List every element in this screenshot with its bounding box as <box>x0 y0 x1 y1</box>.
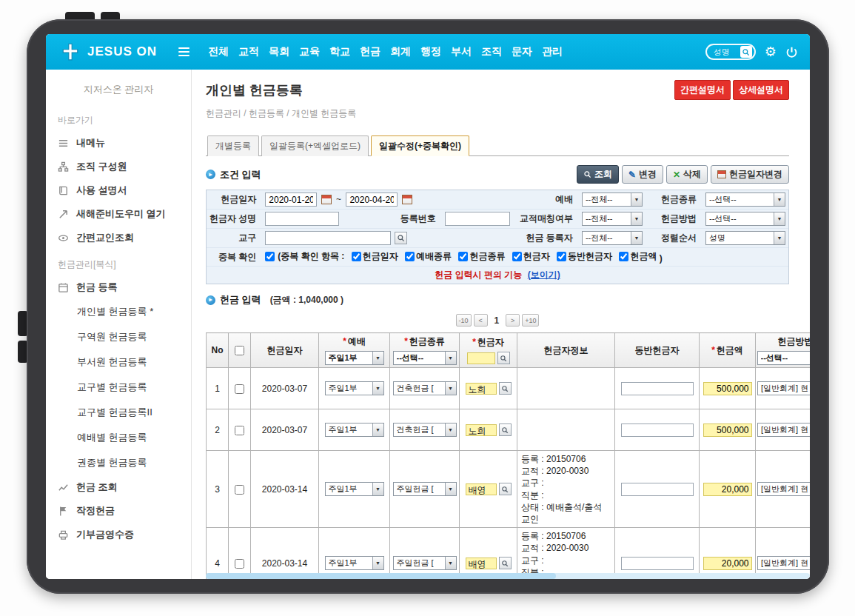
parish-search-icon[interactable] <box>395 232 407 244</box>
row-checkbox[interactable] <box>235 426 244 435</box>
page-last-button[interactable]: +10 <box>522 314 539 327</box>
sidebar-item-user-manual[interactable]: 사용 설명서 <box>46 178 191 202</box>
nav-item[interactable]: 목회 <box>269 45 289 58</box>
tab-individual-register[interactable]: 개별등록 <box>207 135 259 156</box>
worship-select[interactable]: --전체-- ▼ <box>582 192 643 207</box>
row-companion-input[interactable] <box>621 557 694 570</box>
giver-name-input[interactable] <box>265 212 339 226</box>
select-all-checkbox[interactable] <box>235 346 244 355</box>
sidebar-subitem-individual-donation[interactable]: 개인별 헌금등록 * <box>46 299 191 324</box>
row-kind-select[interactable]: 주일헌금 [▼ <box>393 556 457 570</box>
breadcrumb[interactable]: 헌금관리 / 헌금등록 / 개인별 헌금등록 <box>206 107 810 120</box>
scrollbar-thumb[interactable] <box>206 573 556 579</box>
sidebar-item-donation-receipt[interactable]: 기부금영수증 <box>46 523 191 546</box>
quick-manual-button[interactable]: 간편설명서 <box>674 80 731 100</box>
nav-item[interactable]: 교육 <box>299 45 320 58</box>
dup-item-checkbox[interactable] <box>352 252 361 261</box>
nav-item[interactable]: 학교 <box>329 45 350 58</box>
row-checkbox[interactable] <box>235 485 244 495</box>
dup-item-worship-kind[interactable]: 예배종류 <box>405 250 452 263</box>
row-amount-input[interactable] <box>703 424 752 437</box>
giver-search-icon[interactable] <box>499 424 512 436</box>
sidebar-subitem-type-donation[interactable]: 권종별 헌금등록 <box>46 450 191 475</box>
row-kind-select[interactable]: 건축헌금 [▼ <box>393 381 457 395</box>
sort-order-select[interactable]: 성명 ▼ <box>705 231 785 245</box>
giver-search-icon[interactable] <box>499 557 512 569</box>
sidebar-subitem-district-member-donation[interactable]: 구역원 헌금등록 <box>46 324 191 349</box>
sidebar-item-pledge-donation[interactable]: 작정헌금 <box>46 499 191 523</box>
giver-search-icon[interactable] <box>499 382 512 395</box>
dup-item-checkbox[interactable] <box>512 252 522 261</box>
delete-button[interactable]: ✕ 삭제 <box>666 165 708 184</box>
menu-icon[interactable] <box>176 45 192 58</box>
sidebar-subitem-parish-donation-2[interactable]: 교구별 헌금등록II <box>46 400 191 425</box>
sidebar-subitem-worship-donation[interactable]: 예배별 헌금등록 <box>46 425 191 450</box>
giver-search-icon[interactable] <box>499 483 512 495</box>
row-giver-box[interactable]: 배영미 <box>466 483 497 495</box>
sidebar-item-donation-inquiry[interactable]: 헌금 조회 <box>46 475 191 499</box>
nav-item[interactable]: 조직 <box>481 45 502 58</box>
dup-item-amount[interactable]: 헌금액 <box>619 250 657 263</box>
row-worship-select[interactable]: 주일1부▼ <box>325 556 384 570</box>
donation-kind-select[interactable]: --선택-- ▼ <box>705 192 785 207</box>
nav-item[interactable]: 부서 <box>451 45 472 58</box>
header-kind-select[interactable]: --선택--▼ <box>393 351 457 365</box>
row-kind-select[interactable]: 건축헌금 [▼ <box>393 423 457 437</box>
dup-item-checkbox[interactable] <box>458 252 468 261</box>
page-first-button[interactable]: -10 <box>456 314 472 327</box>
date-to-input[interactable] <box>346 192 398 207</box>
parish-input[interactable] <box>265 231 391 245</box>
row-method-select[interactable]: [일반회계] 현▼ <box>757 423 810 437</box>
registrant-select[interactable]: --전체-- ▼ <box>582 231 643 245</box>
brand-logo[interactable]: JESUS ON <box>59 41 157 63</box>
horizontal-scrollbar[interactable] <box>206 573 810 579</box>
search-icon[interactable] <box>740 46 752 58</box>
nav-item[interactable]: 전체 <box>208 45 229 58</box>
search-button[interactable]: 조회 <box>577 165 619 184</box>
reg-number-input[interactable] <box>445 212 510 226</box>
tab-bulk-edit[interactable]: 일괄수정(+중복확인) <box>371 135 469 156</box>
row-worship-select[interactable]: 주일1부▼ <box>325 423 384 437</box>
row-worship-select[interactable]: 주일1부▼ <box>325 482 384 496</box>
row-giver-box[interactable]: 노희진 <box>466 424 497 436</box>
row-method-select[interactable]: [일반회계] 현▼ <box>757 482 810 496</box>
donation-date-change-button[interactable]: 헌금일자변경 <box>711 165 789 184</box>
sidebar-item-quick-member-lookup[interactable]: 간편교인조회 <box>46 226 191 250</box>
dup-item-checkbox[interactable] <box>405 252 415 261</box>
row-amount-input[interactable] <box>703 483 752 496</box>
date-from-input[interactable] <box>265 192 317 207</box>
dup-item-donation-kind[interactable]: 헌금종류 <box>458 250 505 263</box>
dup-item-checkbox[interactable] <box>619 252 628 261</box>
sidebar-item-newyear-helper[interactable]: 새해준비도우미 열기 <box>46 202 191 226</box>
row-checkbox[interactable] <box>235 384 244 394</box>
nav-item[interactable]: 헌금 <box>360 45 380 58</box>
nav-item[interactable]: 교적 <box>238 45 259 58</box>
power-icon[interactable] <box>785 46 798 58</box>
show-link[interactable]: (보이기) <box>528 270 560 280</box>
header-method-select[interactable]: --선택--▼ <box>757 351 811 365</box>
row-method-select[interactable]: [일반회계] 현▼ <box>757 556 810 570</box>
header-worship-select[interactable]: 주일1부▼ <box>325 351 384 365</box>
row-companion-input[interactable] <box>621 424 694 437</box>
row-giver-box[interactable]: 배영미 <box>466 558 497 569</box>
nav-item[interactable]: 관리 <box>542 45 563 58</box>
row-method-select[interactable]: [일반회계] 현▼ <box>757 381 810 395</box>
detail-manual-button[interactable]: 상세설명서 <box>733 80 789 100</box>
header-giver-input[interactable] <box>467 352 495 364</box>
row-companion-input[interactable] <box>621 483 694 496</box>
member-search-input[interactable] <box>714 47 737 56</box>
sidebar-item-my-menu[interactable]: 내메뉴 <box>46 131 191 155</box>
dup-item-companion[interactable]: 동반헌금자 <box>557 250 612 263</box>
row-worship-select[interactable]: 주일1부▼ <box>325 381 384 395</box>
page-prev-button[interactable]: < <box>474 314 488 327</box>
record-match-select[interactable]: --전체-- ▼ <box>582 212 643 226</box>
dup-item-checkbox[interactable] <box>557 252 566 261</box>
sidebar-subitem-parish-donation[interactable]: 교구별 헌금등록 <box>46 375 191 400</box>
gear-icon[interactable]: ⚙ <box>765 45 777 58</box>
dup-item-donation-date[interactable]: 헌금일자 <box>352 250 398 263</box>
row-kind-select[interactable]: 주일헌금 [▼ <box>393 482 457 496</box>
row-amount-input[interactable] <box>703 382 752 395</box>
row-amount-input[interactable] <box>703 557 752 570</box>
nav-item[interactable]: 문자 <box>512 45 532 58</box>
donation-method-select[interactable]: --선택-- ▼ <box>705 212 785 226</box>
